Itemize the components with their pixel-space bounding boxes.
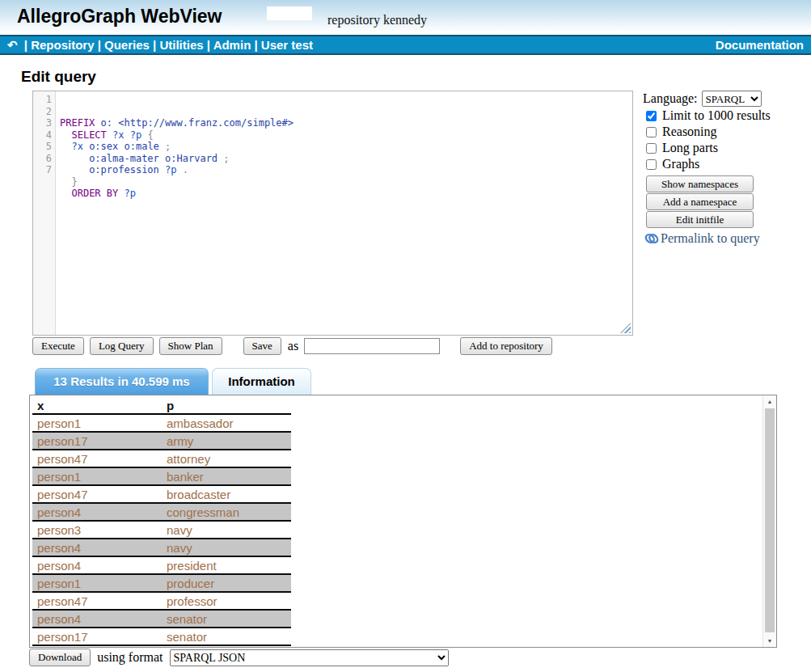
- namespace-buttons: Show namespacesAdd a namespaceEdit initf…: [643, 175, 809, 228]
- checkbox-label: Limit to 1000 results: [662, 108, 771, 123]
- log-query-button[interactable]: Log Query: [90, 337, 154, 355]
- nav-separator: |: [94, 38, 104, 52]
- table-cell[interactable]: person1: [32, 574, 162, 592]
- table-cell[interactable]: person47: [32, 450, 162, 467]
- checkbox-limit-to-1000-results[interactable]: [646, 111, 657, 121]
- code-line[interactable]: o:alma-mater o:Harvard ;: [60, 153, 632, 165]
- table-cell[interactable]: person4: [32, 539, 162, 556]
- table-cell[interactable]: navy: [162, 521, 291, 539]
- code-token: ?p: [124, 188, 135, 199]
- download-button[interactable]: Download: [29, 649, 91, 666]
- nav-item-admin[interactable]: Admin: [213, 38, 251, 52]
- option-reasoning[interactable]: Reasoning: [643, 124, 809, 140]
- permalink-label: Permalink to query: [661, 231, 760, 246]
- table-cell[interactable]: president: [162, 556, 291, 574]
- format-label: using format: [97, 650, 163, 665]
- code-token: [118, 141, 124, 152]
- show-namespaces-button[interactable]: Show namespaces: [646, 175, 754, 192]
- add-a-namespace-button[interactable]: Add a namespace: [646, 193, 754, 210]
- table-cell[interactable]: person1: [32, 467, 162, 485]
- action-row: Execute Log Query Show Plan Save as Add …: [32, 337, 552, 355]
- code-token: [125, 129, 130, 141]
- table-cell[interactable]: producer: [162, 574, 291, 592]
- nav-item-user-test[interactable]: User test: [261, 38, 313, 52]
- code-line[interactable]: }: [60, 176, 632, 188]
- table-cell[interactable]: person3: [32, 521, 162, 539]
- query-options: Limit to 1000 resultsReasoningLong parts…: [643, 108, 809, 172]
- line-number: 4: [33, 129, 52, 142]
- code-token: {: [147, 129, 153, 141]
- scroll-up-icon[interactable]: ▲: [763, 399, 776, 404]
- table-cell[interactable]: banker: [162, 467, 291, 485]
- code-line[interactable]: SELECT ?x ?p {: [60, 129, 632, 142]
- option-limit-to-1000-results[interactable]: Limit to 1000 results: [643, 108, 809, 124]
- table-cell[interactable]: congressman: [162, 503, 291, 521]
- code-line[interactable]: ?x o:sex o:male ;: [60, 141, 632, 153]
- code-token: [107, 129, 112, 141]
- table-cell[interactable]: person17: [32, 628, 162, 645]
- table-cell[interactable]: person17: [32, 432, 162, 450]
- line-number: 1: [33, 94, 52, 106]
- table-row: person1ambassador: [32, 414, 291, 432]
- table-row: person4senator: [32, 610, 291, 628]
- code-token: o:: [101, 117, 112, 129]
- add-to-repository-button[interactable]: Add to repository: [460, 337, 552, 355]
- vertical-scrollbar[interactable]: ▲ ▼: [762, 395, 776, 647]
- line-number: 6: [33, 153, 52, 165]
- table-cell[interactable]: person47: [32, 592, 162, 610]
- execute-button[interactable]: Execute: [32, 337, 84, 355]
- nav-item-queries[interactable]: Queries: [104, 38, 150, 52]
- table-cell[interactable]: person4: [32, 556, 162, 574]
- redacted-area: [267, 6, 312, 20]
- code-token: [60, 176, 71, 188]
- nav-item-documentation[interactable]: Documentation: [716, 38, 804, 52]
- format-select[interactable]: SPARQL JSON: [170, 649, 449, 666]
- nav-separator: |: [150, 38, 160, 52]
- tab-results[interactable]: 13 Results in 40.599 ms: [35, 368, 209, 395]
- table-cell[interactable]: person47: [32, 485, 162, 503]
- code-token: o:alma-mater: [89, 153, 159, 164]
- scroll-down-icon[interactable]: ▼: [763, 638, 776, 644]
- language-select[interactable]: SPARQL: [702, 91, 762, 107]
- code-token: [95, 117, 100, 129]
- table-cell[interactable]: person4: [32, 503, 162, 521]
- code-line[interactable]: ORDER BY ?p: [60, 188, 632, 200]
- permalink-link[interactable]: Permalink to query: [644, 231, 809, 246]
- nav-bar: ↶ | Repository | Queries | Utilities | A…: [0, 35, 811, 55]
- query-editor[interactable]: 1234567 PREFIX o: <http://www.franz.com/…: [32, 91, 633, 336]
- option-graphs[interactable]: Graphs: [643, 156, 809, 172]
- table-cell[interactable]: navy: [162, 539, 291, 556]
- code-token: ;: [165, 141, 171, 152]
- code-token: ?p: [130, 129, 142, 141]
- nav-separator: |: [204, 38, 213, 52]
- scrollbar-thumb[interactable]: [765, 408, 775, 632]
- checkbox-reasoning[interactable]: [646, 127, 657, 137]
- results-panel: x p person1ambassadorperson17armyperson4…: [29, 395, 777, 648]
- table-cell[interactable]: person1: [32, 414, 162, 432]
- table-cell[interactable]: broadcaster: [162, 485, 291, 503]
- nav-item-utilities[interactable]: Utilities: [159, 38, 203, 52]
- back-arrow-icon[interactable]: ↶: [7, 38, 18, 53]
- table-cell[interactable]: professor: [162, 592, 291, 610]
- edit-initfile-button[interactable]: Edit initfile: [646, 211, 754, 228]
- checkbox-long-parts[interactable]: [646, 143, 657, 154]
- table-cell[interactable]: person4: [32, 610, 162, 628]
- tab-information[interactable]: Information: [212, 368, 311, 395]
- nav-item-repository[interactable]: Repository: [31, 38, 94, 52]
- table-cell[interactable]: army: [162, 432, 291, 450]
- code-line[interactable]: o:profession ?p .: [60, 164, 632, 176]
- code-line[interactable]: PREFIX o: <http://www.franz.com/simple#>: [60, 117, 632, 129]
- editor-code[interactable]: PREFIX o: <http://www.franz.com/simple#>…: [56, 91, 632, 335]
- save-button[interactable]: Save: [243, 337, 281, 355]
- option-long-parts[interactable]: Long parts: [643, 140, 809, 156]
- checkbox-graphs[interactable]: [646, 159, 657, 170]
- table-cell[interactable]: senator: [162, 610, 291, 628]
- table-cell[interactable]: senator: [162, 628, 291, 645]
- save-as-label: as: [288, 339, 298, 353]
- show-plan-button[interactable]: Show Plan: [159, 337, 222, 355]
- save-name-input[interactable]: [304, 338, 440, 354]
- table-cell[interactable]: ambassador: [162, 414, 291, 432]
- code-token: ?x: [71, 141, 82, 152]
- code-token: [60, 188, 71, 199]
- table-cell[interactable]: attorney: [162, 450, 291, 467]
